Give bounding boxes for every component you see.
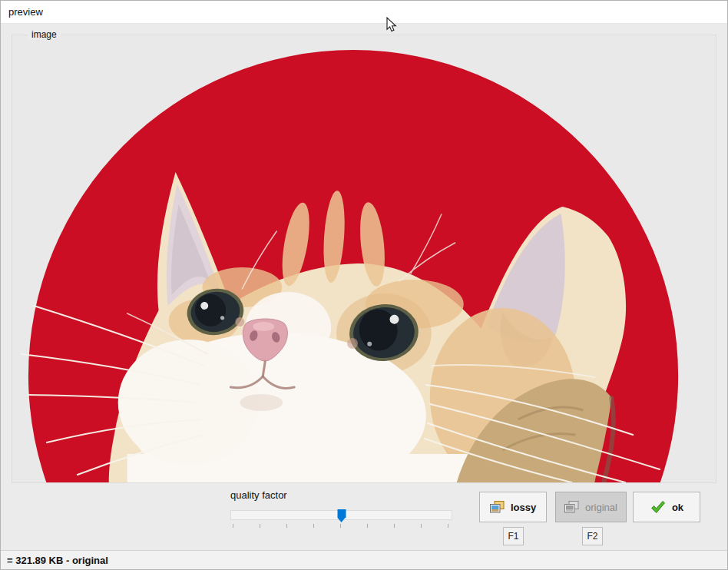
tick-mark: [260, 524, 260, 528]
lossy-button-label: lossy: [511, 502, 536, 513]
tick-mark: [394, 524, 395, 528]
tick-mark: [286, 524, 287, 528]
status-text: = 321.89 KB - original: [7, 555, 108, 566]
images-icon: [490, 501, 505, 513]
tick-mark: [448, 524, 448, 528]
status-bar: = 321.89 KB - original: [1, 550, 727, 569]
slider-ticks: [233, 524, 448, 529]
title-bar[interactable]: preview: [1, 1, 727, 24]
original-button-label: original: [585, 502, 617, 513]
image-group-label: image: [28, 29, 61, 40]
tick-mark: [233, 524, 233, 528]
lossy-button[interactable]: lossy: [479, 492, 547, 522]
tick-mark: [421, 524, 422, 528]
tick-mark: [340, 524, 341, 528]
image-groupbox: image: [12, 35, 716, 483]
window-title: preview: [8, 6, 43, 18]
original-button[interactable]: original: [555, 492, 627, 522]
ok-button[interactable]: ok: [633, 492, 700, 522]
f2-shortcut-key: F2: [582, 527, 603, 545]
f1-shortcut-key: F1: [503, 527, 524, 545]
quality-factor-label: quality factor: [230, 489, 287, 501]
tick-mark: [313, 524, 314, 528]
image-preview: [12, 35, 716, 482]
preview-window: preview image: [0, 0, 728, 570]
images-icon: [564, 501, 579, 513]
ok-button-label: ok: [672, 502, 683, 513]
tick-mark: [367, 524, 368, 528]
dialog-content: image: [1, 25, 727, 549]
quality-slider[interactable]: [230, 510, 452, 520]
slider-thumb[interactable]: [337, 509, 346, 518]
check-icon: [650, 500, 666, 514]
